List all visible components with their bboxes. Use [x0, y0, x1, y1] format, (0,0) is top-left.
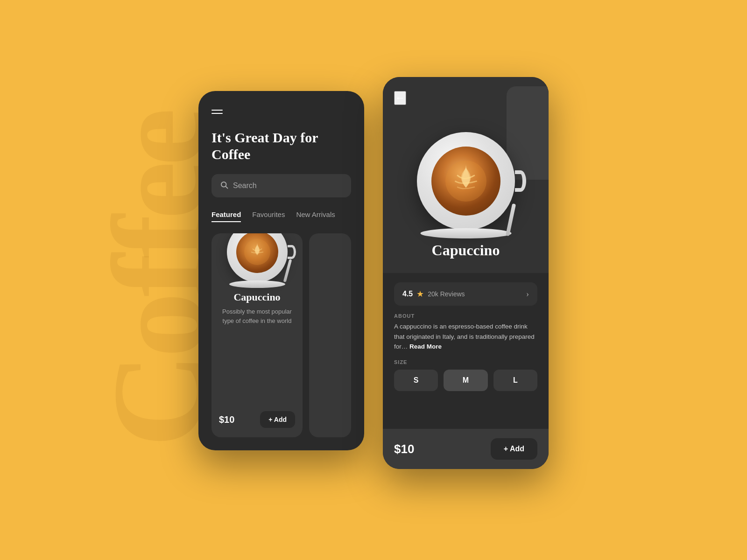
tab-bar: Featured Favourites New Arrivals: [211, 210, 351, 222]
detail-coffee-name: Capuccino: [432, 242, 500, 259]
svg-line-1: [226, 186, 227, 188]
tab-favourites[interactable]: Favourites: [252, 210, 285, 222]
detail-add-button[interactable]: + Add: [491, 438, 537, 460]
size-buttons: S M L: [394, 370, 537, 391]
detail-body: 4.5 ★ 20k Reviews › ABOUT A cappuccino i…: [383, 273, 549, 429]
about-text: A cappuccino is an espresso-based coffee…: [394, 322, 537, 352]
detail-footer: $10 + Add: [383, 429, 549, 469]
tab-featured[interactable]: Featured: [211, 210, 241, 222]
card-price: $10: [219, 414, 234, 425]
search-icon: [220, 181, 228, 191]
reviews-count: 20k Reviews: [428, 290, 465, 298]
back-button[interactable]: ←: [394, 91, 406, 105]
rating-row[interactable]: 4.5 ★ 20k Reviews ›: [394, 282, 537, 306]
detail-price: $10: [394, 442, 414, 456]
search-bar[interactable]: Search: [211, 174, 351, 197]
detail-coffee-image: [415, 130, 517, 232]
cards-row: Capuccino Possibly the most popular type…: [211, 233, 351, 437]
size-label: SIZE: [394, 359, 537, 365]
rating-left: 4.5 ★ 20k Reviews: [402, 289, 465, 299]
star-icon: ★: [416, 289, 424, 299]
phone-list-view: It's Great Day for Coffee Search Feature…: [198, 91, 364, 450]
search-placeholder: Search: [233, 182, 257, 190]
card-title: Capuccino: [233, 291, 280, 303]
coffee-cup-image: [225, 233, 290, 285]
size-section: SIZE S M L: [394, 359, 537, 391]
phone-detail-view: ←: [383, 77, 549, 469]
read-more-link[interactable]: Read More: [409, 343, 442, 350]
detail-hero: ←: [383, 77, 549, 273]
phones-container: It's Great Day for Coffee Search Feature…: [198, 91, 549, 469]
card-description: Possibly the most popular type of coffee…: [219, 307, 295, 325]
hero-title: It's Great Day for Coffee: [211, 129, 351, 163]
coffee-card-secondary: [309, 233, 351, 437]
size-btn-l[interactable]: L: [493, 370, 537, 391]
size-btn-m[interactable]: M: [444, 370, 487, 391]
tab-new-arrivals[interactable]: New Arrivals: [296, 210, 335, 222]
size-btn-s[interactable]: S: [394, 370, 438, 391]
card-add-button[interactable]: + Add: [260, 411, 295, 428]
menu-icon[interactable]: [211, 110, 351, 116]
card-footer: $10 + Add: [219, 411, 295, 428]
chevron-right-icon: ›: [526, 289, 529, 299]
coffee-card-capuccino[interactable]: Capuccino Possibly the most popular type…: [211, 233, 303, 437]
about-label: ABOUT: [394, 313, 537, 319]
about-section: ABOUT A cappuccino is an espresso-based …: [394, 313, 537, 352]
rating-score: 4.5: [402, 290, 413, 298]
